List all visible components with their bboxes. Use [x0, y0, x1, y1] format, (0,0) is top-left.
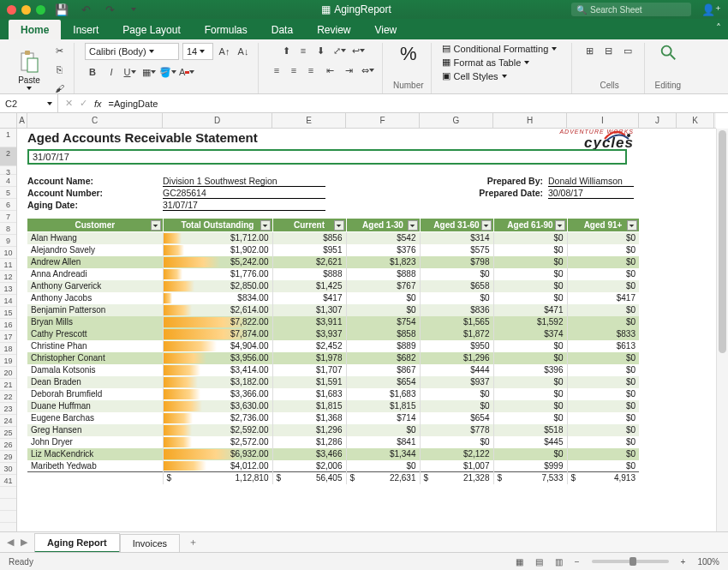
formula-input[interactable]: =AgingDate	[109, 99, 158, 109]
table-row[interactable]: Damala Kotsonis $3,414.00 $1,707 $867 $4…	[27, 364, 639, 376]
filter-icon[interactable]	[151, 220, 161, 231]
redo-icon[interactable]: ↷	[102, 2, 117, 17]
align-left-icon[interactable]: ≡	[269, 63, 284, 78]
name-box[interactable]: C2	[0, 94, 58, 112]
table-row[interactable]: Andrew Allen $5,242.00 $2,621 $1,823 $79…	[27, 256, 639, 268]
tab-home[interactable]: Home	[9, 20, 61, 39]
sheet-tab-aging-report[interactable]: Aging Report	[34, 533, 120, 553]
table-row[interactable]: Cathy Prescott $7,874.00 $3,937 $858 $1,…	[27, 328, 639, 340]
user-icon[interactable]: 👤⁺	[701, 3, 721, 16]
column-header[interactable]: Current	[272, 219, 346, 232]
view-page-layout-icon[interactable]: ▤	[535, 557, 543, 567]
tab-view[interactable]: View	[362, 20, 409, 39]
table-row[interactable]: Eugene Barchas $2,736.00 $1,368 $714 $65…	[27, 412, 639, 424]
indent-left-icon[interactable]: ⇤	[322, 63, 337, 78]
column-header[interactable]: Total Outstanding	[163, 219, 272, 232]
filter-icon[interactable]	[334, 220, 344, 231]
align-center-icon[interactable]: ≡	[286, 63, 301, 78]
maximize-window-icon[interactable]	[36, 5, 45, 15]
table-row[interactable]: Duane Huffman $3,630.00 $1,815 $1,815 $0…	[27, 400, 639, 412]
zoom-in-icon[interactable]: +	[681, 557, 686, 567]
table-row[interactable]: Alan Hwang $1,712.00 $856 $542 $314 $0 $…	[27, 232, 639, 244]
cell-styles-button[interactable]: ▣ Cell Styles	[442, 70, 507, 81]
vertical-scrollbar[interactable]	[716, 129, 728, 549]
close-window-icon[interactable]	[7, 5, 16, 15]
next-sheet-icon[interactable]: ▶	[21, 537, 27, 548]
font-color-button[interactable]: A	[179, 64, 194, 80]
column-header[interactable]: Aged 91+	[567, 219, 639, 232]
table-row[interactable]: John Dryer $2,572.00 $1,286 $841 $0 $445…	[27, 436, 639, 448]
font-size-combo[interactable]: 14	[182, 43, 213, 60]
row-headers[interactable]: 1234567891011121314151617181920212223242…	[0, 129, 17, 549]
minimize-window-icon[interactable]	[21, 5, 31, 15]
view-normal-icon[interactable]: ▦	[516, 557, 523, 567]
underline-button[interactable]: U	[122, 64, 138, 80]
table-row[interactable]: Benjamin Patterson $2,614.00 $1,307 $0 $…	[27, 304, 639, 316]
italic-button[interactable]: I	[104, 64, 119, 80]
increase-font-icon[interactable]: A↑	[217, 44, 232, 59]
font-name-combo[interactable]: Calibri (Body)	[85, 43, 179, 60]
add-sheet-button[interactable]: ＋	[180, 532, 206, 552]
filter-icon[interactable]	[408, 220, 418, 231]
grid-area[interactable]: Aged Accounts Receivable Statement ADVEN…	[17, 129, 716, 549]
qat-more-icon[interactable]	[126, 2, 141, 17]
enter-formula-icon[interactable]: ✓	[80, 98, 87, 109]
align-middle-icon[interactable]: ≡	[295, 43, 311, 58]
wrap-text-icon[interactable]: ↩	[350, 43, 366, 58]
search-sheet-input[interactable]: 🔍 Search Sheet	[571, 3, 691, 16]
bold-button[interactable]: B	[85, 64, 100, 80]
column-header[interactable]: Aged 1-30	[346, 219, 420, 232]
filter-icon[interactable]	[555, 220, 565, 231]
find-icon[interactable]	[659, 43, 677, 62]
cut-icon[interactable]: ✂	[51, 43, 67, 58]
prev-sheet-icon[interactable]: ◀	[7, 537, 14, 548]
merge-button[interactable]: ⇔	[360, 63, 375, 78]
sheet-tab-invoices[interactable]: Invoices	[120, 534, 180, 552]
orientation-icon[interactable]: ⤢	[331, 43, 347, 58]
column-header[interactable]: Customer	[27, 219, 163, 232]
table-row[interactable]: Christopher Conant $3,956.00 $1,978 $682…	[27, 352, 639, 364]
indent-right-icon[interactable]: ⇥	[341, 63, 356, 78]
table-row[interactable]: Bryan Mills $7,822.00 $3,911 $754 $1,565…	[27, 316, 639, 328]
zoom-out-icon[interactable]: −	[575, 557, 580, 567]
filter-icon[interactable]	[260, 220, 271, 231]
format-cells-icon[interactable]: ▭	[620, 43, 636, 58]
table-row[interactable]: Anthony Jacobs $834.00 $417 $0 $0 $0 $41…	[27, 292, 639, 304]
save-icon[interactable]: 💾	[54, 2, 69, 17]
table-row[interactable]: Greg Hansen $2,592.00 $1,296 $0 $778 $51…	[27, 424, 639, 436]
tab-data[interactable]: Data	[260, 20, 305, 39]
fx-icon[interactable]: fx	[94, 99, 102, 109]
decrease-font-icon[interactable]: A↓	[236, 44, 251, 59]
tab-insert[interactable]: Insert	[61, 20, 110, 39]
conditional-formatting-button[interactable]: ▤ Conditional Formatting	[442, 43, 558, 54]
column-header[interactable]: Aged 61-90	[493, 219, 567, 232]
filter-icon[interactable]	[627, 220, 637, 231]
fill-color-button[interactable]: 🪣	[160, 64, 176, 80]
table-row[interactable]: Anna Andreadi $1,776.00 $888 $888 $0 $0 …	[27, 268, 639, 280]
tab-formulas[interactable]: Formulas	[193, 20, 260, 39]
table-row[interactable]: Maribeth Yedwab $4,012.00 $2,006 $0 $1,0…	[27, 460, 639, 472]
table-row[interactable]: Christine Phan $4,904.00 $2,452 $889 $95…	[27, 340, 639, 352]
selected-cell[interactable]: 31/07/17	[27, 149, 627, 165]
align-bottom-icon[interactable]: ⬇	[313, 43, 328, 58]
collapse-ribbon-icon[interactable]: ˄	[716, 22, 721, 34]
table-row[interactable]: Anthony Garverick $2,850.00 $1,425 $767 …	[27, 280, 639, 292]
table-row[interactable]: Liz MacKendrick $6,932.00 $3,466 $1,344 …	[27, 448, 639, 460]
cancel-formula-icon[interactable]: ✕	[65, 98, 73, 109]
zoom-level[interactable]: 100%	[697, 557, 719, 567]
insert-cells-icon[interactable]: ⊞	[582, 43, 598, 58]
border-button[interactable]: ▦	[141, 64, 157, 80]
zoom-slider[interactable]	[592, 560, 669, 563]
filter-icon[interactable]	[481, 220, 492, 231]
align-top-icon[interactable]: ⬆	[278, 43, 294, 58]
copy-icon[interactable]: ⎘	[51, 62, 67, 77]
delete-cells-icon[interactable]: ⊟	[601, 43, 617, 58]
tab-page-layout[interactable]: Page Layout	[110, 20, 192, 39]
align-right-icon[interactable]: ≡	[303, 63, 319, 78]
undo-icon[interactable]: ↶	[78, 2, 93, 17]
tab-review[interactable]: Review	[305, 20, 362, 39]
select-all-corner[interactable]	[0, 113, 17, 129]
format-as-table-button[interactable]: ▦ Format as Table	[442, 57, 530, 68]
percent-icon[interactable]: %	[400, 43, 417, 65]
table-row[interactable]: Dean Braden $3,182.00 $1,591 $654 $937 $…	[27, 376, 639, 388]
